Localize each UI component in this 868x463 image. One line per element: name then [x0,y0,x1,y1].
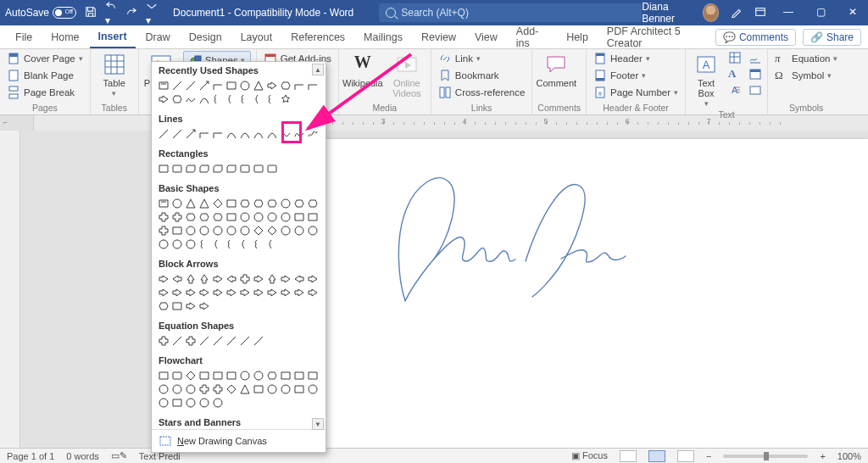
shape-diam[interactable] [252,224,264,237]
shape-paren[interactable] [265,237,278,250]
footer-button[interactable]: Footer▾ [592,68,680,83]
table-button[interactable]: Table▾ [96,51,133,98]
shape-hex[interactable] [292,197,305,209]
shape-line[interactable] [170,79,183,92]
shape-elbow[interactable] [292,79,305,92]
shape-rarrow[interactable] [198,299,210,312]
shape-circ[interactable] [170,382,183,395]
shape-rect[interactable] [170,299,183,312]
zoom-value[interactable]: 100% [837,451,861,461]
signature-line-icon[interactable] [748,51,762,64]
shape-brace[interactable] [211,92,224,105]
shape-circ[interactable] [211,396,224,409]
online-videos-button[interactable]: Online Videos [388,51,426,98]
shape-circ[interactable] [252,210,264,223]
tab-home[interactable]: Home [42,27,87,47]
view-read-mode[interactable] [620,450,637,462]
shape-circ[interactable] [225,224,237,237]
shape-rarrow[interactable] [292,286,305,298]
shape-circ[interactable] [211,224,224,237]
shape-circ[interactable] [279,382,292,395]
shape-rect[interactable] [198,369,210,382]
shape-scrib[interactable] [306,127,319,140]
shape-line[interactable] [170,127,183,140]
shape-larrow[interactable] [292,272,305,285]
shape-rrect[interactable] [252,162,264,175]
shape-hex[interactable] [265,369,278,382]
tab-review[interactable]: Review [413,27,465,47]
shape-star[interactable] [279,92,292,105]
bookmark-button[interactable]: Bookmark [437,68,526,83]
shape-circ[interactable] [279,224,292,237]
shape-line[interactable] [252,334,264,347]
shape-snip[interactable] [211,162,224,175]
redo-icon[interactable] [125,6,137,20]
shape-free[interactable] [292,127,305,140]
shape-diam[interactable] [184,369,197,382]
shape-tri[interactable] [252,79,264,92]
shape-elbow[interactable] [198,127,210,140]
shape-circ[interactable] [170,237,183,250]
zoom-slider[interactable] [723,455,808,458]
shape-txt[interactable] [157,79,170,92]
status-spell-icon[interactable]: ▭✎ [111,450,127,461]
drop-cap-icon[interactable]: A [728,83,742,97]
zoom-out[interactable]: − [706,451,711,461]
shape-circ[interactable] [198,224,210,237]
shape-plus[interactable] [198,382,210,395]
shape-circ[interactable] [238,369,251,382]
shape-rect[interactable] [170,224,183,237]
shape-line[interactable] [198,334,210,347]
shape-line[interactable] [184,79,197,92]
status-page[interactable]: Page 1 of 1 [7,451,54,461]
shape-circ[interactable] [184,237,197,250]
quick-parts-icon[interactable] [728,51,742,64]
shape-rarrow[interactable] [170,286,183,298]
window-close[interactable]: ✕ [843,6,863,20]
window-minimize[interactable]: — [778,6,798,20]
shape-rarrow[interactable] [306,272,319,285]
shape-circ[interactable] [184,224,197,237]
shape-rarrow[interactable] [265,286,278,298]
gallery-scroll-down[interactable]: ▼ [312,418,324,430]
shape-circ[interactable] [157,396,170,409]
shape-rect[interactable] [279,369,292,382]
shape-plus[interactable] [157,334,170,347]
shape-plus[interactable] [211,382,224,395]
shape-line[interactable] [157,127,170,140]
shape-line[interactable] [170,334,183,347]
shape-paren[interactable] [225,92,237,105]
pen-mode-icon[interactable] [731,6,743,20]
vertical-ruler[interactable] [0,131,20,448]
shape-rect[interactable] [211,369,224,382]
shape-uarrow[interactable] [184,272,197,285]
shape-rarrow[interactable] [157,272,170,285]
symbol-button[interactable]: ΩSymbol▾ [773,68,839,83]
shape-rect[interactable] [292,382,305,395]
shape-curve[interactable] [225,127,237,140]
gallery-scroll-up[interactable]: ▲ [312,64,324,75]
wikipedia-button[interactable]: WWikipedia [344,51,381,88]
shape-curve[interactable] [252,127,264,140]
shape-circ[interactable] [170,197,183,209]
shape-paren[interactable] [211,237,224,250]
shape-rect[interactable] [306,369,319,382]
zoom-in[interactable]: + [820,451,825,461]
autosave-switch[interactable]: Off [53,7,76,19]
shape-rarrow[interactable] [211,286,224,298]
shape-brace[interactable] [265,92,278,105]
shape-circ[interactable] [292,224,305,237]
shape-rarrow[interactable] [306,286,319,298]
shape-rect[interactable] [225,79,237,92]
shape-hex[interactable] [170,92,183,105]
shape-elbow[interactable] [211,127,224,140]
shape-rarrow[interactable] [211,272,224,285]
shape-circ[interactable] [184,382,197,395]
shape-tri[interactable] [198,197,210,209]
shape-rarrow[interactable] [225,286,237,298]
shape-hex[interactable] [265,197,278,209]
page-number-button[interactable]: #Page Number▾ [592,85,680,100]
shape-line[interactable] [238,334,251,347]
shape-free[interactable] [279,127,292,140]
shape-rect[interactable] [225,369,237,382]
